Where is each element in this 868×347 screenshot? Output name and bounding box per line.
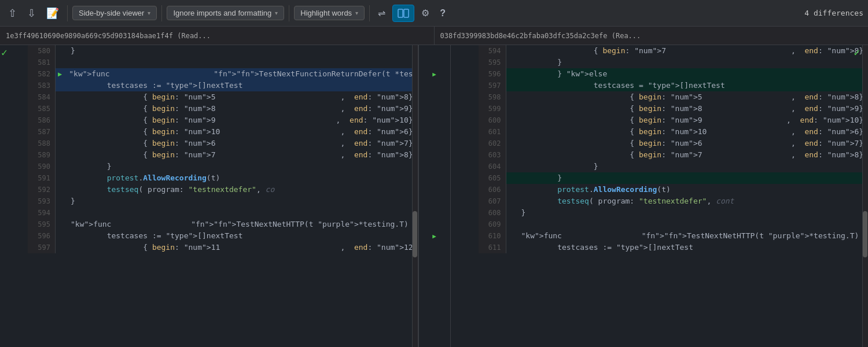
line-spacer bbox=[56, 149, 65, 161]
line-number: 596 bbox=[479, 68, 506, 80]
code-line: 582▶"kw">func "fn">"fn">TestNextFunction… bbox=[28, 68, 418, 80]
line-spacer bbox=[56, 242, 65, 253]
file-headers: 1e3ff49610690e9890a669c95d903184baae1f4f… bbox=[0, 27, 868, 45]
code-line: 594 { begin: "num">7, end: "num">8}, bbox=[479, 45, 869, 57]
code-line: 601 { begin: "num">10, end: "num">6}, bbox=[479, 126, 869, 138]
right-file-path: 038fd3399983bd8e46c2bfaba03dfc35da2c3efe… bbox=[440, 32, 641, 40]
viewer-mode-dropdown[interactable]: Side-by-side viewer ▾ bbox=[72, 6, 157, 20]
gutter-line bbox=[419, 161, 450, 172]
highlight-dropdown[interactable]: Highlight words ▾ bbox=[294, 6, 365, 20]
line-number: 580 bbox=[28, 45, 56, 57]
left-file-path: 1e3ff49610690e9890a669c95d903184baae1f4f… bbox=[6, 32, 211, 40]
line-spacer bbox=[56, 45, 65, 57]
line-number: 591 bbox=[28, 172, 56, 184]
settings-button[interactable]: ⚙ bbox=[418, 6, 433, 20]
toolbar: ⇧ ⇩ 📝 Side-by-side viewer ▾ Ignore impor… bbox=[0, 0, 868, 27]
line-content: protest.AllowRecording(t) bbox=[65, 172, 418, 184]
line-content: { begin: "num">5 bbox=[65, 91, 340, 103]
line-content: { begin: "num">8 bbox=[65, 103, 340, 115]
line-spacer bbox=[56, 115, 65, 126]
line-number: 597 bbox=[479, 80, 506, 91]
line-number: 605 bbox=[479, 172, 506, 184]
right-scrollbar[interactable] bbox=[862, 45, 868, 347]
line-spacer bbox=[56, 57, 65, 68]
line-number: 609 bbox=[479, 219, 506, 230]
line-number: 604 bbox=[479, 161, 506, 172]
left-check-icon: ✓ bbox=[1, 46, 8, 58]
code-line: 596 testcases := "type">[]nextTest{ bbox=[28, 230, 418, 242]
line-number: 595 bbox=[28, 219, 56, 230]
code-line: 595 } bbox=[479, 57, 869, 68]
code-line: 586 { begin: "num">9, end: "num">10}, bbox=[28, 115, 418, 126]
left-scrollbar[interactable] bbox=[412, 45, 418, 347]
code-line: 584 { begin: "num">5, end: "num">8}, bbox=[28, 91, 418, 103]
gutter-line bbox=[419, 103, 450, 115]
code-line: 596 } "kw">else { bbox=[479, 68, 869, 80]
line-number: 602 bbox=[479, 138, 506, 149]
code-line: 606 protest.AllowRecording(t) bbox=[479, 184, 869, 195]
gutter-line bbox=[419, 219, 450, 230]
edit-button[interactable]: 📝 bbox=[43, 6, 62, 21]
svg-rect-1 bbox=[404, 9, 409, 17]
line-number: 598 bbox=[479, 91, 506, 103]
line-spacer bbox=[506, 161, 516, 172]
align-button[interactable]: ⇌ bbox=[374, 6, 389, 20]
line-content bbox=[65, 207, 418, 219]
code-line: 598 { begin: "num">5, end: "num">8}, bbox=[479, 91, 869, 103]
line-spacer bbox=[56, 230, 65, 242]
left-file-header: 1e3ff49610690e9890a669c95d903184baae1f4f… bbox=[0, 27, 435, 45]
sync-scroll-button[interactable] bbox=[392, 5, 414, 22]
line-content: { begin: "num">11 bbox=[65, 242, 340, 253]
line-number: 595 bbox=[479, 57, 506, 68]
left-scroll-thumb[interactable] bbox=[413, 211, 417, 257]
line-number: 597 bbox=[28, 242, 56, 253]
right-check-icon: ✓ bbox=[854, 46, 860, 58]
line-spacer bbox=[506, 80, 516, 91]
sep3 bbox=[289, 5, 289, 21]
left-code-area: 580}581582▶"kw">func "fn">"fn">TestNextF… bbox=[28, 45, 418, 347]
line-content: { begin: "num">10 bbox=[65, 126, 340, 138]
next-diff-button[interactable]: ⇩ bbox=[24, 6, 39, 21]
code-line: 594 bbox=[28, 207, 418, 219]
line-spacer bbox=[56, 172, 65, 184]
gutter-line bbox=[419, 57, 450, 68]
ignore-dropdown[interactable]: Ignore imports and formatting ▾ bbox=[167, 6, 284, 20]
line-number: 585 bbox=[28, 103, 56, 115]
svg-rect-0 bbox=[398, 9, 403, 17]
code-line: 609 bbox=[479, 219, 869, 230]
code-line: 610"kw">func "fn">"fn">TestNextNetHTTP(t… bbox=[479, 230, 869, 242]
help-button[interactable]: ? bbox=[436, 6, 449, 20]
gutter-arrow-icon: ▶ bbox=[432, 232, 436, 240]
code-line: 592 testseq( program: "testnextdefer", c… bbox=[28, 184, 418, 195]
code-line: 600 { begin: "num">9, end: "num">10}, bbox=[479, 115, 869, 126]
line-number: 608 bbox=[479, 207, 506, 219]
code-line: 580} bbox=[28, 45, 418, 57]
line-content: { begin: "num">6 bbox=[65, 138, 340, 149]
line-spacer bbox=[506, 195, 516, 207]
gutter-line bbox=[419, 45, 450, 57]
line-number: 588 bbox=[28, 138, 56, 149]
line-content: protest.AllowRecording(t) bbox=[516, 184, 869, 195]
line-spacer bbox=[506, 115, 516, 126]
gutter-line bbox=[419, 242, 450, 253]
line-content: } bbox=[65, 161, 418, 172]
line-spacer bbox=[506, 103, 516, 115]
code-line: 591 protest.AllowRecording(t) bbox=[28, 172, 418, 184]
line-number: 601 bbox=[479, 126, 506, 138]
line-number: 596 bbox=[28, 230, 56, 242]
gutter-line bbox=[419, 91, 450, 103]
code-line: 602 { begin: "num">6, end: "num">7}, bbox=[479, 138, 869, 149]
line-spacer bbox=[506, 149, 516, 161]
code-line: 605 } bbox=[479, 172, 869, 184]
line-content: testseq( program: "testnextdefer", cont bbox=[516, 195, 869, 207]
highlight-arrow: ▾ bbox=[355, 10, 358, 16]
diff-count: 4 differences bbox=[804, 9, 863, 17]
right-scroll-thumb[interactable] bbox=[863, 211, 867, 257]
line-spacer bbox=[56, 138, 65, 149]
prev-diff-button[interactable]: ⇧ bbox=[5, 6, 20, 21]
line-spacer bbox=[506, 242, 516, 253]
gutter-line bbox=[419, 195, 450, 207]
code-line: 590 } bbox=[28, 161, 418, 172]
line-spacer bbox=[56, 126, 65, 138]
line-number: 592 bbox=[28, 184, 56, 195]
